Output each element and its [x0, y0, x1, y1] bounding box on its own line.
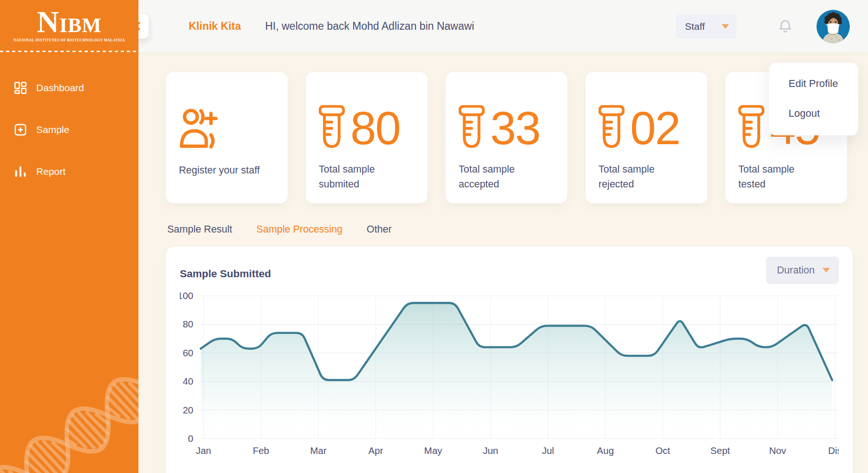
- chevron-down-icon: [822, 268, 830, 273]
- chevron-down-icon: [722, 24, 729, 29]
- svg-text:40: 40: [183, 376, 193, 386]
- svg-text:0: 0: [188, 433, 193, 444]
- logo-subtitle: NATIONAL INSTITUTES OF BIOTECHNOLOGY MAL…: [5, 38, 134, 42]
- top-bar: Klinik Kita HI, welcome back Mohd Adliza…: [138, 0, 868, 53]
- sidebar-item-dashboard[interactable]: Dashboard: [0, 74, 138, 101]
- stat-card-submitted: 80 Total sample submited: [306, 72, 427, 203]
- chart-area: 020406080100JanFebMarAprMayJunJulAugOctS…: [180, 292, 839, 467]
- svg-text:Nov: Nov: [769, 445, 786, 456]
- sidebar-item-report[interactable]: Report: [0, 158, 138, 185]
- test-tube-icon: [459, 105, 485, 151]
- sample-submitted-chart: 020406080100JanFebMarAprMayJunJulAugOctS…: [180, 292, 839, 465]
- sidebar-item-label: Report: [36, 166, 66, 177]
- svg-text:100: 100: [180, 292, 193, 301]
- sidebar-nav: Dashboard Sample Report: [0, 74, 138, 185]
- duration-label: Duration: [777, 265, 815, 276]
- svg-text:Sept: Sept: [710, 445, 730, 456]
- duration-dropdown[interactable]: Duration: [766, 257, 839, 284]
- user-avatar[interactable]: [816, 10, 850, 43]
- tab-sample-processing[interactable]: Sample Processing: [256, 224, 342, 235]
- bar-chart-icon: [14, 165, 27, 178]
- svg-text:May: May: [424, 445, 442, 456]
- dna-helix-decoration: [0, 352, 138, 473]
- dashboard-grid-icon: [14, 81, 27, 94]
- clinic-name: Klinik Kita: [189, 20, 241, 33]
- register-staff-card[interactable]: Register your staff: [166, 72, 288, 203]
- stat-card-accepted: 33 Total sample accepted: [446, 72, 567, 203]
- sidebar: NIBM NATIONAL INSTITUTES OF BIOTECHNOLOG…: [0, 0, 138, 473]
- svg-text:Feb: Feb: [253, 445, 269, 456]
- sample-tabs: Sample Result Sample Processing Other: [138, 224, 868, 235]
- card-label: Total sample rejected: [598, 162, 682, 192]
- sidebar-item-label: Dashboard: [36, 82, 84, 93]
- tab-other[interactable]: Other: [367, 224, 392, 235]
- logo-title: NIBM: [5, 7, 134, 37]
- sidebar-divider: [0, 51, 138, 52]
- profile-dropdown-menu: Edit Profile Logout: [769, 63, 858, 135]
- svg-text:Apr: Apr: [368, 445, 383, 456]
- test-tube-icon: [319, 105, 345, 151]
- svg-text:Mar: Mar: [310, 445, 326, 456]
- role-select-value: Staff: [685, 21, 705, 32]
- svg-text:Jun: Jun: [483, 445, 498, 456]
- svg-text:Jan: Jan: [196, 445, 211, 456]
- stats-row: Register your staff 80 Total sample subm…: [138, 53, 868, 203]
- card-label: Total sample submited: [319, 162, 402, 192]
- sidebar-item-label: Sample: [36, 124, 69, 135]
- menu-item-logout[interactable]: Logout: [789, 107, 858, 120]
- svg-text:80: 80: [183, 319, 193, 329]
- menu-item-edit-profile[interactable]: Edit Profile: [789, 78, 858, 90]
- main-area: Klinik Kita HI, welcome back Mohd Adliza…: [138, 0, 868, 473]
- svg-text:60: 60: [183, 347, 193, 358]
- notification-bell-button[interactable]: [777, 19, 793, 34]
- svg-text:Oct: Oct: [655, 445, 670, 456]
- svg-text:Aug: Aug: [597, 445, 614, 456]
- svg-text:Dis: Dis: [828, 445, 839, 456]
- bell-icon: [777, 29, 793, 36]
- sidebar-item-sample[interactable]: Sample: [0, 116, 138, 143]
- card-label: Register your staff: [179, 163, 263, 178]
- card-label: Total sample accepted: [459, 162, 542, 192]
- stat-card-rejected: 02 Total sample rejected: [585, 72, 707, 203]
- panel-title: Sample Submitted: [180, 268, 271, 280]
- welcome-text: HI, welcome back Mohd Adlizan bin Nawawi: [265, 20, 474, 33]
- stat-value: 80: [350, 106, 400, 150]
- svg-text:20: 20: [183, 405, 193, 415]
- card-label: Total sample tested: [738, 162, 822, 192]
- role-select[interactable]: Staff: [676, 14, 736, 39]
- stat-value: 02: [630, 106, 680, 150]
- nibm-logo: NIBM NATIONAL INSTITUTES OF BIOTECHNOLOG…: [0, 0, 138, 42]
- stat-value: 33: [490, 106, 540, 150]
- person-add-icon: [179, 107, 222, 152]
- svg-text:Jul: Jul: [542, 445, 554, 456]
- sample-submitted-panel: Sample Submitted Duration 020406080100Ja…: [166, 246, 853, 473]
- test-tube-icon: [598, 105, 625, 151]
- add-box-icon: [14, 123, 27, 136]
- tab-sample-result[interactable]: Sample Result: [167, 224, 232, 235]
- test-tube-icon: [738, 105, 764, 151]
